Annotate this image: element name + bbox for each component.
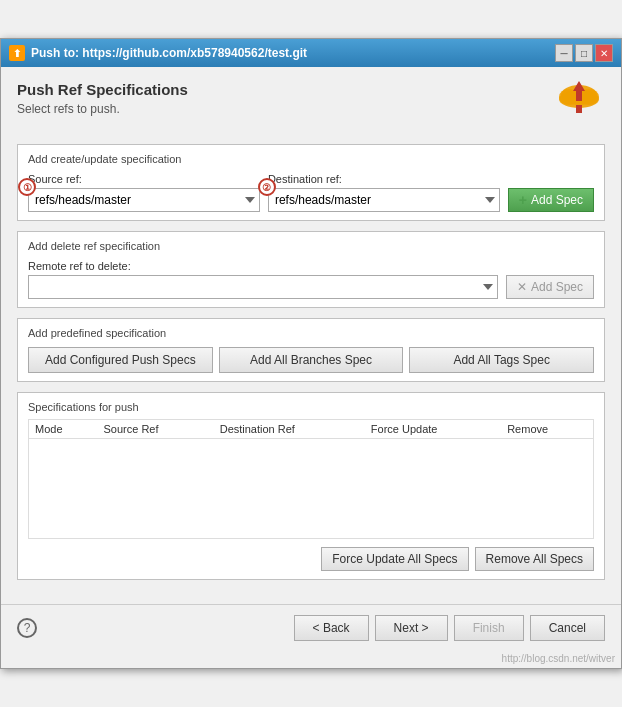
remote-ref-group: Remote ref to delete: [28, 260, 498, 299]
x-icon: ✕ [517, 280, 527, 294]
cloud-icon [553, 77, 605, 117]
footer-right: < Back Next > Finish Cancel [294, 615, 605, 641]
btn2-label: Add All Branches Spec [250, 353, 372, 367]
specs-table: Mode Source Ref Destination Ref Force Up… [29, 420, 593, 519]
btn3-label: Add All Tags Spec [453, 353, 550, 367]
delete-add-spec-label: Add Spec [531, 280, 583, 294]
predefined-buttons: Add Configured Push Specs Add All Branch… [28, 347, 594, 373]
delete-ref-form: Remote ref to delete: ✕ Add Spec [28, 260, 594, 299]
remove-all-specs-button[interactable]: Remove All Specs [475, 547, 594, 571]
specs-table-title: Specifications for push [28, 401, 594, 413]
dest-ref-select[interactable]: refs/heads/master [268, 188, 500, 212]
source-ref-label: Source ref: [28, 173, 260, 185]
force-update-all-specs-button[interactable]: Force Update All Specs [321, 547, 468, 571]
dest-ref-input-wrapper: ② refs/heads/master [268, 188, 500, 212]
btn1-label: Add Configured Push Specs [45, 353, 196, 367]
create-update-title: Add create/update specification [28, 153, 594, 165]
delete-ref-title: Add delete ref specification [28, 240, 594, 252]
col-force-update: Force Update [365, 420, 501, 439]
window-title: Push to: https://github.com/xb578940562/… [31, 46, 307, 60]
footer-left: ? [17, 618, 37, 638]
header-text: Push Ref Specifications Select refs to p… [17, 81, 553, 130]
window-icon: ⬆ [9, 45, 25, 61]
title-bar: ⬆ Push to: https://github.com/xb57894056… [1, 39, 621, 67]
source-ref-group: Source ref: ① refs/heads/master [28, 173, 260, 212]
page-subtitle: Select refs to push. [17, 102, 553, 116]
table-actions: Force Update All Specs Remove All Specs [28, 547, 594, 571]
col-source-ref: Source Ref [98, 420, 214, 439]
add-all-tags-spec-button[interactable]: Add All Tags Spec [409, 347, 594, 373]
force-update-label: Force Update All Specs [332, 552, 457, 566]
remote-ref-select[interactable] [28, 275, 498, 299]
delete-add-spec-button[interactable]: ✕ Add Spec [506, 275, 594, 299]
dest-badge: ② [258, 178, 276, 196]
finish-button[interactable]: Finish [454, 615, 524, 641]
svg-rect-5 [576, 105, 582, 113]
back-button[interactable]: < Back [294, 615, 369, 641]
watermark: http://blog.csdn.net/witver [1, 651, 621, 668]
header-area: Push Ref Specifications Select refs to p… [17, 81, 605, 130]
col-dest-ref: Destination Ref [214, 420, 365, 439]
delete-ref-section: Add delete ref specification Remote ref … [17, 231, 605, 308]
add-spec-button[interactable]: + Add Spec [508, 188, 594, 212]
close-button[interactable]: ✕ [595, 44, 613, 62]
source-badge: ① [18, 178, 36, 196]
main-content: Push Ref Specifications Select refs to p… [1, 67, 621, 604]
next-button[interactable]: Next > [375, 615, 448, 641]
page-title: Push Ref Specifications [17, 81, 553, 98]
help-label: ? [24, 621, 31, 635]
title-bar-controls: ─ □ ✕ [555, 44, 613, 62]
dest-ref-label: Destination ref: [268, 173, 500, 185]
main-window: ⬆ Push to: https://github.com/xb57894056… [0, 38, 622, 669]
cloud-area [553, 77, 605, 117]
create-update-form: Source ref: ① refs/heads/master Destinat… [28, 173, 594, 212]
add-all-branches-spec-button[interactable]: Add All Branches Spec [219, 347, 404, 373]
remote-ref-label: Remote ref to delete: [28, 260, 498, 272]
empty-row [29, 439, 593, 519]
title-bar-left: ⬆ Push to: https://github.com/xb57894056… [9, 45, 307, 61]
maximize-button[interactable]: □ [575, 44, 593, 62]
source-ref-select[interactable]: refs/heads/master [28, 188, 260, 212]
remove-all-label: Remove All Specs [486, 552, 583, 566]
col-mode: Mode [29, 420, 98, 439]
source-ref-input-wrapper: ① refs/heads/master [28, 188, 260, 212]
help-button[interactable]: ? [17, 618, 37, 638]
create-update-section: Add create/update specification Source r… [17, 144, 605, 221]
add-configured-push-specs-button[interactable]: Add Configured Push Specs [28, 347, 213, 373]
cancel-button[interactable]: Cancel [530, 615, 605, 641]
minimize-button[interactable]: ─ [555, 44, 573, 62]
predefined-title: Add predefined specification [28, 327, 594, 339]
specs-table-header-row: Mode Source Ref Destination Ref Force Up… [29, 420, 593, 439]
plus-icon: + [519, 192, 527, 208]
specs-table-head: Mode Source Ref Destination Ref Force Up… [29, 420, 593, 439]
add-spec-label: Add Spec [531, 193, 583, 207]
col-remove: Remove [501, 420, 593, 439]
specs-table-section: Specifications for push Mode Source Ref … [17, 392, 605, 580]
specs-table-body [29, 439, 593, 519]
specs-table-wrapper: Mode Source Ref Destination Ref Force Up… [28, 419, 594, 539]
predefined-section: Add predefined specification Add Configu… [17, 318, 605, 382]
dest-ref-group: Destination ref: ② refs/heads/master [268, 173, 500, 212]
footer: ? < Back Next > Finish Cancel [1, 604, 621, 651]
